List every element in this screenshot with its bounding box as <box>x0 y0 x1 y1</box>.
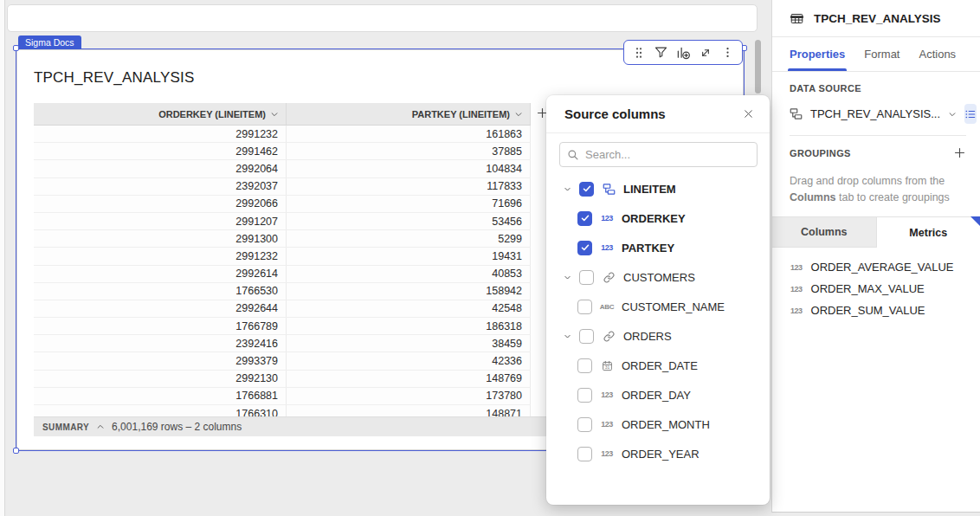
column-header-partkey[interactable]: PARTKEY (LINEITEM) <box>287 103 531 125</box>
table-cell[interactable]: 1766530 <box>34 283 287 300</box>
table-row[interactable]: 2392037117833 <box>34 178 531 196</box>
more-button[interactable] <box>718 43 737 62</box>
checkbox[interactable] <box>577 300 592 314</box>
table-row[interactable]: 1766310148871 <box>34 405 531 416</box>
chevron-down-icon[interactable] <box>562 185 573 193</box>
tree-item-lineitem[interactable]: LINEITEM <box>562 174 770 203</box>
table-cell[interactable]: 2991232 <box>34 126 287 142</box>
table-cell[interactable]: 1766881 <box>34 388 287 404</box>
tree-item-customer_name[interactable]: ABCCUSTOMER_NAME <box>562 292 770 321</box>
tab-metrics[interactable]: Metrics <box>877 217 980 248</box>
table-row[interactable]: 1766789186318 <box>34 318 531 335</box>
chevron-down-icon[interactable] <box>562 332 573 340</box>
expand-button[interactable] <box>696 43 715 62</box>
table-cell[interactable]: 186318 <box>287 318 531 334</box>
table-cell[interactable]: 117833 <box>287 178 531 195</box>
table-cell[interactable]: 2992066 <box>34 196 287 212</box>
table-cell[interactable]: 2392416 <box>34 335 287 352</box>
table-cell[interactable]: 2991207 <box>34 213 287 229</box>
metric-item-order_average_value[interactable]: 123ORDER_AVERAGE_VALUE <box>772 256 980 278</box>
table-cell[interactable]: 2991462 <box>34 143 287 159</box>
table-cell[interactable]: 148769 <box>287 371 531 387</box>
table-element-title[interactable]: TPCH_REV_ANALYSIS <box>34 69 194 87</box>
column-header-orderkey[interactable]: ORDERKEY (LINEITEM) <box>34 103 287 125</box>
table-cell[interactable]: 37885 <box>287 143 531 159</box>
plus-icon[interactable] <box>953 146 966 159</box>
table-cell[interactable]: 1766310 <box>34 405 287 416</box>
tree-item-orders[interactable]: ORDERS <box>562 321 770 351</box>
table-row[interactable]: 2991232161863 <box>34 126 531 143</box>
tree-item-customers[interactable]: CUSTOMERS <box>562 262 770 292</box>
tree-item-order_year[interactable]: 123ORDER_YEAR <box>562 439 770 468</box>
checkbox[interactable] <box>577 417 592 432</box>
data-source-row[interactable]: TPCH_REV_ANALYSIS... <box>790 104 966 124</box>
source-columns-toggle-button[interactable] <box>964 104 977 124</box>
table-cell[interactable]: 104834 <box>287 160 531 177</box>
table-row[interactable]: 299146237885 <box>34 143 531 160</box>
checkbox[interactable] <box>577 211 592 226</box>
table-cell[interactable]: 2992130 <box>34 371 287 387</box>
checkbox[interactable] <box>579 182 594 197</box>
table-row[interactable]: 2992064104834 <box>34 160 531 177</box>
tab-properties[interactable]: Properties <box>790 37 845 71</box>
search-input[interactable] <box>585 148 741 161</box>
chevron-down-icon[interactable] <box>562 274 573 281</box>
table-cell[interactable]: 173780 <box>287 388 531 404</box>
table-row[interactable]: 299337942336 <box>34 352 531 370</box>
table-cell[interactable]: 2991300 <box>34 230 287 247</box>
table-row[interactable]: 299206671696 <box>34 196 531 213</box>
tab-actions[interactable]: Actions <box>919 37 956 71</box>
table-cell[interactable]: 2392037 <box>34 178 287 195</box>
filter-button[interactable] <box>651 43 670 62</box>
table-cell[interactable]: 2992644 <box>34 300 287 317</box>
chevron-down-icon[interactable] <box>948 110 957 119</box>
table-row[interactable]: 299120753456 <box>34 213 531 230</box>
checkbox[interactable] <box>577 447 592 461</box>
tab-format[interactable]: Format <box>864 37 899 71</box>
table-cell[interactable]: 158942 <box>287 283 531 300</box>
table-cell[interactable]: 2992064 <box>34 160 287 177</box>
table-row[interactable]: 299123219431 <box>34 248 531 265</box>
table-cell[interactable]: 71696 <box>287 196 531 212</box>
table-cell[interactable]: 42336 <box>287 352 531 369</box>
table-row[interactable]: 299264442548 <box>34 300 531 318</box>
selection-handle-top-left[interactable] <box>13 45 19 51</box>
table-cell[interactable]: 1766789 <box>34 318 287 334</box>
chart-add-button[interactable] <box>674 43 693 62</box>
tree-item-orderkey[interactable]: 123ORDERKEY <box>562 203 770 233</box>
chevron-up-icon[interactable] <box>96 422 105 431</box>
table-cell[interactable]: 38459 <box>287 335 531 352</box>
table-cell[interactable]: 19431 <box>287 248 531 264</box>
table-row[interactable]: 239241638459 <box>34 335 531 352</box>
chevron-down-icon[interactable] <box>270 110 279 119</box>
table-cell[interactable]: 2992614 <box>34 266 287 282</box>
tree-item-order_month[interactable]: 123ORDER_MONTH <box>562 410 770 439</box>
checkbox[interactable] <box>579 329 594 344</box>
tree-item-order_date[interactable]: 31ORDER_DATE <box>562 351 770 380</box>
tree-item-partkey[interactable]: 123PARTKEY <box>562 233 770 262</box>
table-cell[interactable]: 2993379 <box>34 352 287 369</box>
table-cell[interactable]: 42548 <box>287 300 531 317</box>
tree-item-order_day[interactable]: 123ORDER_DAY <box>562 380 770 410</box>
table-cell[interactable]: 53456 <box>287 213 531 229</box>
chevron-down-icon[interactable] <box>514 110 523 119</box>
element-selection-badge[interactable]: Sigma Docs <box>18 35 81 49</box>
table-row[interactable]: 2992130148769 <box>34 371 531 388</box>
table-cell[interactable]: 40853 <box>287 266 531 282</box>
table-row[interactable]: 1766881173780 <box>34 388 531 405</box>
checkbox[interactable] <box>577 241 592 255</box>
table-cell[interactable]: 2991232 <box>34 248 287 264</box>
tab-columns[interactable]: Columns <box>772 217 877 248</box>
table-row[interactable]: 299261440853 <box>34 266 531 283</box>
table-cell[interactable]: 5299 <box>287 230 531 247</box>
metric-item-order_max_value[interactable]: 123ORDER_MAX_VALUE <box>772 278 980 300</box>
metric-item-order_sum_value[interactable]: 123ORDER_SUM_VALUE <box>772 300 980 321</box>
table-cell[interactable]: 148871 <box>287 405 531 416</box>
checkbox[interactable] <box>577 388 592 403</box>
table-row[interactable]: 1766530158942 <box>34 283 531 300</box>
empty-canvas-element[interactable] <box>7 4 758 32</box>
table-cell[interactable]: 161863 <box>287 126 531 142</box>
drag-handle-button[interactable] <box>629 43 648 62</box>
vertical-scrollbar[interactable] <box>755 40 761 94</box>
checkbox[interactable] <box>579 270 594 285</box>
